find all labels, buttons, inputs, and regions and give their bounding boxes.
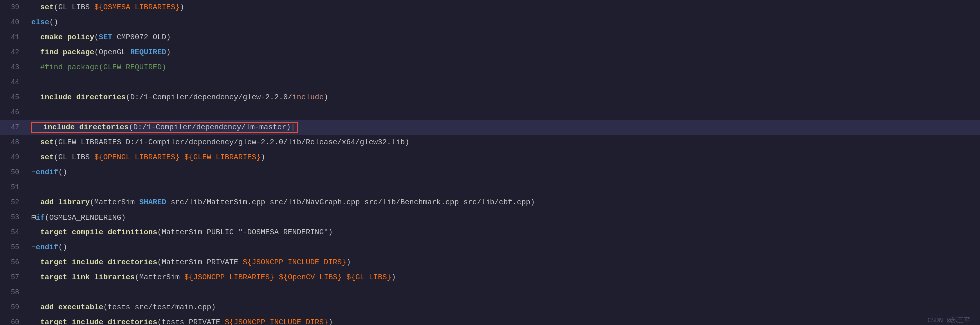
line-number: 54: [0, 228, 27, 236]
code-line: 52 add_library(MatterSim SHARED src/lib/…: [0, 195, 980, 210]
code-line: 48 set(GLEW_LIBRARIES D:/1-Compiler/depe…: [0, 135, 980, 150]
code-line: 41 cmake_policy(SET CMP0072 OLD): [0, 30, 980, 45]
line-number: 48: [0, 138, 27, 146]
line-content: cmake_policy(SET CMP0072 OLD): [27, 33, 980, 42]
line-content: ⊟if(OSMESA_RENDERING): [27, 213, 980, 222]
line-number: 41: [0, 33, 27, 41]
line-content: add_library(MatterSim SHARED src/lib/Mat…: [27, 198, 980, 207]
code-line: 46: [0, 105, 980, 120]
code-line: 49 set(GL_LIBS ${OPENGL_LIBRARIES} ${GLE…: [0, 150, 980, 165]
line-number: 50: [0, 168, 27, 176]
line-content: target_include_directories(tests PRIVATE…: [27, 318, 980, 325]
line-content: find_package(OpenGL REQUIRED): [27, 48, 980, 57]
code-line: 59 add_executable(tests src/test/main.cp…: [0, 300, 980, 315]
line-number: 49: [0, 153, 27, 161]
line-content: add_executable(tests src/test/main.cpp): [27, 303, 980, 312]
line-number: 56: [0, 258, 27, 266]
line-number: 47: [0, 123, 27, 131]
line-number: 60: [0, 318, 27, 325]
line-number: 45: [0, 93, 27, 101]
line-number: 46: [0, 108, 27, 116]
line-content: target_compile_definitions(MatterSim PUB…: [27, 228, 980, 237]
code-line: 60 target_include_directories(tests PRIV…: [0, 315, 980, 325]
line-content: include_directories(D:/1-Compiler/depend…: [27, 122, 980, 133]
line-number: 42: [0, 48, 27, 56]
line-content: −endif(): [27, 243, 980, 252]
code-line: 54 target_compile_definitions(MatterSim …: [0, 225, 980, 240]
line-content: set(GL_LIBS ${OPENGL_LIBRARIES} ${GLEW_L…: [27, 153, 980, 162]
line-number: 43: [0, 63, 27, 71]
line-number: 53: [0, 213, 27, 221]
line-content: else(): [27, 18, 980, 27]
line-number: 58: [0, 288, 27, 296]
line-number: 59: [0, 303, 27, 311]
code-line: 51: [0, 180, 980, 195]
line-number: 39: [0, 3, 27, 11]
code-editor: 39 set(GL_LIBS ${OSMESA_LIBRARIES})40els…: [0, 0, 980, 325]
highlighted-code-box: include_directories(D:/1-Compiler/depend…: [31, 122, 298, 133]
line-content: target_link_libraries(MatterSim ${JSONCP…: [27, 273, 980, 282]
code-line: 57 target_link_libraries(MatterSim ${JSO…: [0, 270, 980, 285]
line-content: #find_package(GLEW REQUIRED): [27, 63, 980, 72]
code-line: 39 set(GL_LIBS ${OSMESA_LIBRARIES}): [0, 0, 980, 15]
code-line: 45 include_directories(D:/1-Compiler/dep…: [0, 90, 980, 105]
line-number: 52: [0, 198, 27, 206]
code-line: 56 target_include_directories(MatterSim …: [0, 255, 980, 270]
line-number: 40: [0, 18, 27, 26]
code-line: 47 include_directories(D:/1-Compiler/dep…: [0, 120, 980, 135]
line-content: set(GL_LIBS ${OSMESA_LIBRARIES}): [27, 3, 980, 12]
code-line: 58: [0, 285, 980, 300]
line-content: set(GLEW_LIBRARIES D:/1-Compiler/depende…: [27, 138, 980, 147]
code-line: 50−endif(): [0, 165, 980, 180]
line-number: 51: [0, 183, 27, 191]
code-line: 44: [0, 75, 980, 90]
line-content: target_include_directories(MatterSim PRI…: [27, 258, 980, 267]
watermark: CSDN @苏三平: [927, 316, 970, 325]
line-content: −endif(): [27, 168, 980, 177]
line-number: 57: [0, 273, 27, 281]
code-line: 43 #find_package(GLEW REQUIRED): [0, 60, 980, 75]
code-line: 53⊟if(OSMESA_RENDERING): [0, 210, 980, 225]
code-line: 55−endif(): [0, 240, 980, 255]
line-number: 55: [0, 243, 27, 251]
code-line: 42 find_package(OpenGL REQUIRED): [0, 45, 980, 60]
code-line: 40else(): [0, 15, 980, 30]
line-content: include_directories(D:/1-Compiler/depend…: [27, 93, 980, 102]
line-number: 44: [0, 78, 27, 86]
